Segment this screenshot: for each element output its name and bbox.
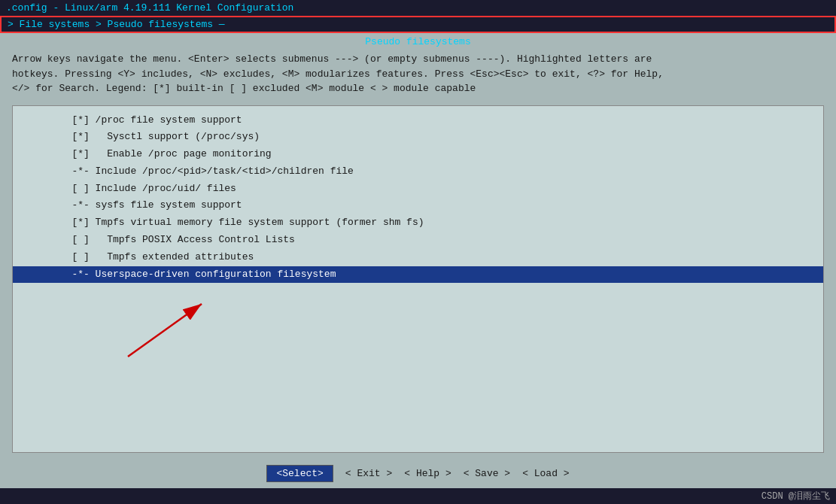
menu-item-1[interactable]: [*] /proc file system support bbox=[13, 112, 823, 129]
title-text: .config - Linux/arm 4.19.111 Kernel Conf… bbox=[6, 2, 293, 14]
watermark: CSDN @泪雨尘飞 bbox=[0, 488, 836, 504]
exit-button[interactable]: < Exit > bbox=[345, 468, 392, 479]
menu-item-5[interactable]: [ ] Include /proc/uid/ files bbox=[13, 181, 823, 198]
help-line-3: </> for Search. Legend: [*] built-in [ ]… bbox=[12, 81, 824, 96]
menu-item-6[interactable]: -*- sysfs file system support bbox=[13, 197, 823, 214]
breadcrumb-bar: > File systems > Pseudo filesystems — bbox=[0, 16, 836, 33]
breadcrumb-text: > File systems > Pseudo filesystems — bbox=[8, 19, 225, 30]
menu-item-10[interactable]: -*- Userspace-driven configuration files… bbox=[13, 266, 823, 284]
menu-item-3[interactable]: [*] Enable /proc page monitoring bbox=[13, 146, 823, 163]
help-button[interactable]: < Help > bbox=[404, 468, 451, 479]
title-bar: .config - Linux/arm 4.19.111 Kernel Conf… bbox=[0, 0, 836, 16]
load-button[interactable]: < Load > bbox=[522, 468, 569, 479]
help-line-2: hotkeys. Pressing <Y> includes, <N> excl… bbox=[12, 67, 824, 82]
bottom-bar: <Select> < Exit > < Help > < Save > < Lo… bbox=[0, 459, 836, 488]
menu-item-7[interactable]: [*] Tmpfs virtual memory file system sup… bbox=[13, 214, 823, 232]
menu-item-9[interactable]: [ ] Tmpfs extended attributes bbox=[13, 249, 823, 266]
menu-item-2[interactable]: [*] Sysctl support (/proc/sys) bbox=[13, 129, 823, 146]
main-area: Pseudo filesystems Arrow keys navigate t… bbox=[0, 33, 836, 459]
select-button[interactable]: <Select> bbox=[266, 465, 333, 482]
menu-container[interactable]: [*] /proc file system support [*] Sysctl… bbox=[12, 105, 824, 454]
save-button[interactable]: < Save > bbox=[464, 468, 510, 479]
panel-title: Pseudo filesystems bbox=[0, 33, 836, 49]
help-line-1: Arrow keys navigate the menu. <Enter> se… bbox=[12, 52, 824, 67]
menu-item-8[interactable]: [ ] Tmpfs POSIX Access Control Lists bbox=[13, 232, 823, 249]
menu-item-4[interactable]: -*- Include /proc/<pid>/task/<tid>/child… bbox=[13, 163, 823, 181]
help-text: Arrow keys navigate the menu. <Enter> se… bbox=[0, 49, 836, 102]
